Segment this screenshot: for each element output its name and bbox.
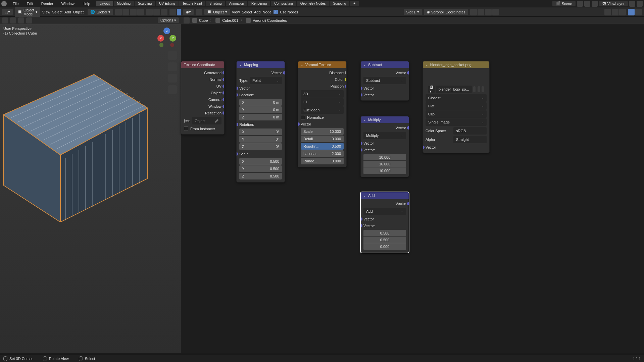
scale-y[interactable]: Y0.500 xyxy=(239,165,282,172)
use-nodes-checkbox[interactable]: ✓ xyxy=(274,10,278,14)
ne-overlay-icon[interactable] xyxy=(612,9,618,15)
param-lacun[interactable]: Lacunar...2.000 xyxy=(301,150,344,157)
mat-new-icon[interactable] xyxy=(478,9,484,15)
vp-menu-view[interactable]: View xyxy=(42,10,50,14)
ne-menu-node[interactable]: Node xyxy=(263,10,271,14)
mat-pin-icon[interactable] xyxy=(492,9,499,15)
scene-new-icon[interactable] xyxy=(584,1,590,7)
node-texture-coordinate[interactable]: Texture Coordinate Generated Normal UV O… xyxy=(181,61,225,135)
op-subtract[interactable]: Subtract⌄ xyxy=(363,77,406,84)
gizmo-toggle-icon[interactable] xyxy=(153,9,160,15)
tab-comp[interactable]: Compositing xyxy=(271,1,296,6)
editor-type-icon[interactable]: ⬚▾ xyxy=(2,9,13,15)
menu-file[interactable]: File xyxy=(11,1,21,6)
add-y[interactable]: 0.500 xyxy=(363,237,406,243)
node-header[interactable]: ⌄Subtract xyxy=(361,61,409,68)
ne-menu-add[interactable]: Add xyxy=(254,10,261,14)
loc-y[interactable]: Y0 m xyxy=(239,106,282,113)
alpha-dropdown[interactable]: Straight xyxy=(453,136,487,143)
mul-x[interactable]: 10.000 xyxy=(363,154,406,161)
normalize-checkbox[interactable]: Normalize xyxy=(298,114,346,120)
menu-help[interactable]: Help xyxy=(81,1,92,6)
vp-menu-select[interactable]: Select xyxy=(52,10,62,14)
ne-snap-icon[interactable] xyxy=(619,9,626,15)
tool-box-icon[interactable] xyxy=(10,17,16,23)
node-header[interactable]: ⌄Voronoi Texture xyxy=(298,61,346,68)
tab-layout[interactable]: Layout xyxy=(96,1,113,6)
options-dropdown[interactable]: Options ▾ xyxy=(158,17,179,23)
bc-cube[interactable]: Cube xyxy=(199,18,208,22)
image-name-field[interactable]: blender_logo_so... xyxy=(436,86,472,93)
image-open-icon[interactable] xyxy=(482,86,484,92)
tab-script[interactable]: Scripting xyxy=(330,1,349,6)
node-header[interactable]: ⌄Add xyxy=(361,192,409,199)
mul-z[interactable]: 10.000 xyxy=(363,167,406,174)
ne-mode-b-icon[interactable] xyxy=(635,9,642,15)
tab-texpaint[interactable]: Texture Paint xyxy=(179,1,205,6)
tab-shading[interactable]: Shading xyxy=(206,1,225,6)
op-multiply[interactable]: Multiply⌄ xyxy=(363,132,406,139)
menu-render[interactable]: Render xyxy=(39,1,55,6)
node-add[interactable]: ⌄Add Vector Add⌄ Vector Vector: 0.500 0.… xyxy=(360,192,409,253)
tab-render[interactable]: Rendering xyxy=(248,1,270,6)
pan-icon[interactable] xyxy=(168,62,177,71)
shader-mode-selector[interactable]: 🔲 Object ▾ xyxy=(204,9,230,15)
overlay-toggle-icon[interactable] xyxy=(161,9,167,15)
voronoi-metric[interactable]: Euclidean⌄ xyxy=(301,106,344,114)
scene-pin-icon[interactable] xyxy=(577,1,583,7)
vl-new-icon[interactable] xyxy=(629,1,635,7)
node-header[interactable]: ⌄blender_logo_socket.png xyxy=(423,61,489,68)
mul-y[interactable]: 16.000 xyxy=(363,161,406,167)
scene-selector[interactable]: 🎬Scene xyxy=(552,1,576,6)
ne-menu-select[interactable]: Select xyxy=(242,10,252,14)
image-new-icon[interactable] xyxy=(478,86,480,92)
proj-dropdown[interactable]: Flat⌄ xyxy=(426,102,487,110)
node-header[interactable]: ⌄Multiply xyxy=(361,116,409,123)
node-image[interactable]: ⌄blender_logo_socket.png 🖼▾ blender_logo… xyxy=(423,61,490,153)
axis-y-icon[interactable]: Y xyxy=(169,35,176,42)
orientation-selector[interactable]: 🌐 Global ▾ xyxy=(88,9,113,15)
interp-dropdown[interactable]: Closest⌄ xyxy=(426,94,487,102)
tab-uv[interactable]: UV Editing xyxy=(156,1,178,6)
image-browse-icon[interactable]: 🖼▾ xyxy=(428,86,435,93)
axis-z-icon[interactable]: Z xyxy=(163,28,170,34)
node-header[interactable]: ⌄Mapping xyxy=(237,61,285,68)
mat-browse-icon[interactable] xyxy=(470,9,477,15)
tool-circle-icon[interactable] xyxy=(26,17,32,23)
viewport-3d[interactable]: User Perspective (1) Collection | Cube Z… xyxy=(0,24,181,353)
rot-y[interactable]: Y0° xyxy=(239,136,282,143)
tab-geonodes[interactable]: Geometry Nodes xyxy=(297,1,329,6)
ne-tool-icon[interactable] xyxy=(184,17,190,23)
node-multiply[interactable]: ⌄Multiply Vector Multiply⌄ Vector Vector… xyxy=(360,116,409,177)
propedit-icon[interactable] xyxy=(137,9,144,15)
tab-modeling[interactable]: Modeling xyxy=(114,1,134,6)
camera-toggle-icon[interactable] xyxy=(168,74,177,83)
fakeuser-icon[interactable] xyxy=(473,86,476,92)
scene-del-icon[interactable] xyxy=(592,1,598,7)
loc-z[interactable]: Z0 m xyxy=(239,114,282,120)
rot-x[interactable]: X0° xyxy=(239,128,282,135)
pivot-icon[interactable] xyxy=(115,9,122,15)
vl-del-icon[interactable] xyxy=(637,1,643,7)
ne-mode-a-icon[interactable] xyxy=(628,9,635,15)
source-dropdown[interactable]: Single Image⌄ xyxy=(426,118,487,126)
menu-edit[interactable]: Edit xyxy=(25,1,35,6)
mode-selector[interactable]: 🔲 Object Mode ▾ xyxy=(15,7,40,17)
node-mapping[interactable]: ⌄Mapping Vector Type: Point⌄ Vector Loca… xyxy=(236,61,285,183)
bc-material[interactable]: Voronoii Coordinates xyxy=(253,18,287,22)
vp-menu-object[interactable]: Object xyxy=(73,10,84,14)
loc-x[interactable]: X0 m xyxy=(239,99,282,106)
ne-menu-view[interactable]: View xyxy=(232,10,240,14)
voronoi-feature[interactable]: F1⌄ xyxy=(301,98,344,106)
bc-cube001[interactable]: Cube.001 xyxy=(222,18,238,22)
snap-icon[interactable] xyxy=(122,9,129,15)
colorspace-dropdown[interactable]: sRGB xyxy=(453,127,487,135)
snap-target-icon[interactable] xyxy=(130,9,137,15)
op-add[interactable]: Add⌄ xyxy=(363,208,406,215)
rot-z[interactable]: Z0° xyxy=(239,143,282,150)
tool-lasso-icon[interactable] xyxy=(18,17,24,23)
ne-gizmo-icon[interactable] xyxy=(604,9,611,15)
tab-add[interactable]: + xyxy=(350,1,359,6)
axis-neg-y-icon[interactable] xyxy=(159,43,163,47)
node-header[interactable]: Texture Coordinate xyxy=(181,61,224,68)
